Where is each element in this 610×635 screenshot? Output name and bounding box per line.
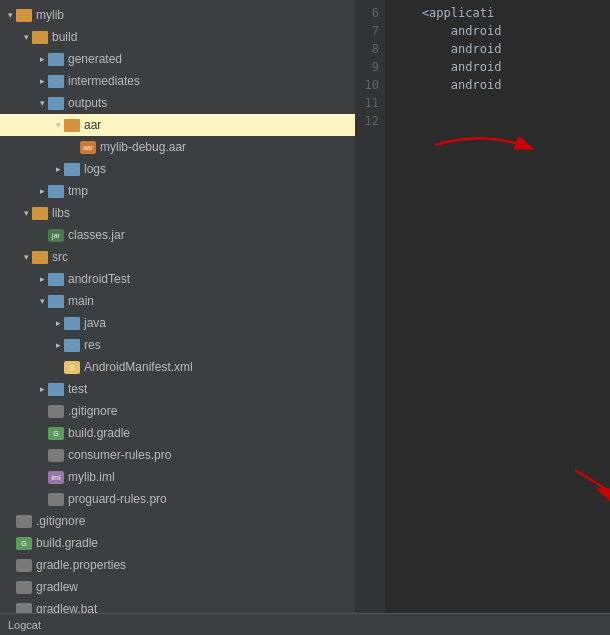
file-icon [48,449,64,462]
code-line: android [393,22,501,40]
tree-item-mylib.iml[interactable]: imlmylib.iml [0,466,355,488]
file-label: build.gradle [68,426,130,440]
tree-item-proguard-rules.pro[interactable]: proguard-rules.pro [0,488,355,510]
file-label: consumer-rules.pro [68,448,171,462]
tree-item-classes.jar[interactable]: jarclasses.jar [0,224,355,246]
file-label: test [68,382,87,396]
line-number: 8 [359,40,379,58]
file-label: generated [68,52,122,66]
line-number: 9 [359,58,379,76]
tree-arrow [36,97,48,109]
tree-item-build.gradle-1[interactable]: Gbuild.gradle [0,422,355,444]
tree-item-consumer-rules.pro[interactable]: consumer-rules.pro [0,444,355,466]
file-icon: aar [80,141,96,154]
line-number: 11 [359,94,379,112]
line-number: 12 [359,112,379,130]
file-icon [48,273,64,286]
file-label: gradlew.bat [36,602,97,613]
file-label: java [84,316,106,330]
tree-item-src[interactable]: src [0,246,355,268]
tree-item-build[interactable]: build [0,26,355,48]
file-tree[interactable]: mylibbuildgeneratedintermediatesoutputsa… [0,0,355,613]
file-icon [48,75,64,88]
file-icon [16,9,32,22]
file-icon [48,493,64,506]
tree-arrow [36,273,48,285]
file-icon [48,185,64,198]
file-label: .gitignore [36,514,85,528]
file-icon [32,251,48,264]
file-icon: X [64,361,80,374]
file-icon [16,515,32,528]
file-label: main [68,294,94,308]
tree-item-libs[interactable]: libs [0,202,355,224]
tree-item-gradlew[interactable]: gradlew [0,576,355,598]
tree-item-outputs[interactable]: outputs [0,92,355,114]
file-icon [48,383,64,396]
file-label: res [84,338,101,352]
tree-arrow [20,31,32,43]
tree-item-aar[interactable]: aar [0,114,355,136]
tree-arrow [52,317,64,329]
tree-item-main[interactable]: main [0,290,355,312]
file-icon [48,97,64,110]
tree-item-AndroidManifest.xml[interactable]: XAndroidManifest.xml [0,356,355,378]
file-icon [64,339,80,352]
status-label: Logcat [8,619,41,631]
file-label: AndroidManifest.xml [84,360,193,374]
file-label: classes.jar [68,228,125,242]
file-label: gradle.properties [36,558,126,572]
file-icon [64,119,80,132]
file-icon [32,31,48,44]
tree-arrow [36,383,48,395]
tree-item-mylib-debug.aar[interactable]: aarmylib-debug.aar [0,136,355,158]
file-label: mylib [36,8,64,22]
file-label: build.gradle [36,536,98,550]
tree-item-java[interactable]: java [0,312,355,334]
tree-arrow [52,339,64,351]
line-number: 10 [359,76,379,94]
tree-item-generated[interactable]: generated [0,48,355,70]
tree-arrow [36,185,48,197]
line-numbers: 6789101112 [355,0,385,613]
tree-arrow [20,207,32,219]
tree-item-test[interactable]: test [0,378,355,400]
tree-item-res[interactable]: res [0,334,355,356]
tree-arrow [36,295,48,307]
file-label: libs [52,206,70,220]
file-icon: G [48,427,64,440]
tree-item-tmp[interactable]: tmp [0,180,355,202]
code-line: android [393,76,501,94]
tree-arrow [4,9,16,21]
file-icon [48,53,64,66]
tree-item-gradle.properties[interactable]: gradle.properties [0,554,355,576]
file-label: aar [84,118,101,132]
file-label: tmp [68,184,88,198]
tree-item-logs[interactable]: logs [0,158,355,180]
file-label: .gitignore [68,404,117,418]
file-label: androidTest [68,272,130,286]
tree-arrow [36,53,48,65]
file-label: src [52,250,68,264]
tree-arrow [36,75,48,87]
line-number: 7 [359,22,379,40]
line-number: 6 [359,4,379,22]
tree-item-.gitignore-1[interactable]: .gitignore [0,400,355,422]
tree-arrow [20,251,32,263]
file-label: proguard-rules.pro [68,492,167,506]
tree-item-androidTest[interactable]: androidTest [0,268,355,290]
tree-item-build.gradle-root[interactable]: Gbuild.gradle [0,532,355,554]
tree-item-.gitignore-root[interactable]: .gitignore [0,510,355,532]
tree-item-mylib[interactable]: mylib [0,4,355,26]
file-icon [16,603,32,614]
tree-arrow [52,119,64,131]
file-icon: G [16,537,32,550]
tree-item-gradlew.bat[interactable]: gradlew.bat [0,598,355,613]
file-icon [32,207,48,220]
file-label: intermediates [68,74,140,88]
file-icon [48,405,64,418]
tree-item-intermediates[interactable]: intermediates [0,70,355,92]
file-icon [64,317,80,330]
file-label: outputs [68,96,107,110]
file-icon [48,295,64,308]
